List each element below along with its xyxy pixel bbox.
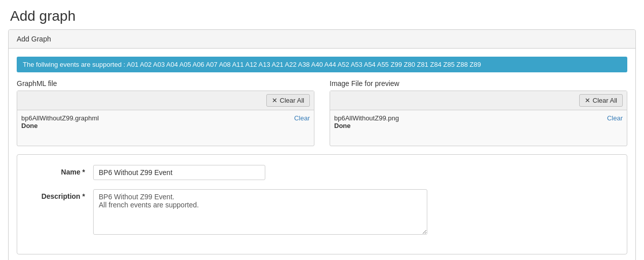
graphml-toolbar: ✕ Clear All bbox=[17, 91, 314, 110]
graphml-col: GraphML file ✕ Clear All bp6AllWithoutZ9… bbox=[17, 79, 314, 146]
image-col: Image File for preview ✕ Clear All bp6Al… bbox=[330, 79, 627, 146]
x-icon: ✕ bbox=[272, 97, 277, 104]
graphml-file-item: bp6AllWithoutZ99.graphml Done Clear bbox=[21, 114, 310, 129]
form-section: Name * Description * BP6 Without Z99 Eve… bbox=[17, 154, 627, 254]
graphml-file-list: bp6AllWithoutZ99.graphml Done Clear bbox=[17, 110, 314, 146]
description-textarea[interactable]: BP6 Without Z99 Event. All french events… bbox=[93, 189, 427, 235]
card-body: The follwing events are supported : A01 … bbox=[9, 49, 635, 260]
name-input[interactable] bbox=[93, 165, 265, 180]
image-file-item: bp6AllWithoutZ99.png Done Clear bbox=[334, 114, 623, 129]
name-row: Name * bbox=[32, 165, 612, 180]
graphml-label: GraphML file bbox=[17, 79, 314, 88]
graphml-clear-all-button[interactable]: ✕ Clear All bbox=[266, 94, 310, 107]
image-upload-box: ✕ Clear All bp6AllWithoutZ99.png Done Cl… bbox=[330, 91, 627, 146]
add-graph-card: Add Graph The follwing events are suppor… bbox=[8, 29, 636, 260]
graphml-file-name: bp6AllWithoutZ99.graphml bbox=[21, 114, 99, 122]
image-clear-all-button[interactable]: ✕ Clear All bbox=[579, 94, 623, 107]
image-file-list: bp6AllWithoutZ99.png Done Clear bbox=[330, 110, 627, 146]
graphml-clear-link[interactable]: Clear bbox=[294, 114, 310, 122]
image-label: Image File for preview bbox=[330, 79, 627, 88]
file-upload-section: GraphML file ✕ Clear All bp6AllWithoutZ9… bbox=[17, 79, 627, 146]
name-label: Name * bbox=[32, 165, 93, 176]
description-row: Description * BP6 Without Z99 Event. All… bbox=[32, 189, 612, 235]
image-clear-link[interactable]: Clear bbox=[607, 114, 623, 122]
graphml-file-status: Done bbox=[21, 122, 99, 129]
card-header: Add Graph bbox=[9, 30, 635, 49]
graphml-upload-box: ✕ Clear All bp6AllWithoutZ99.graphml Don… bbox=[17, 91, 314, 146]
page-title: Add graph bbox=[0, 0, 644, 29]
description-label: Description * bbox=[32, 189, 93, 200]
image-file-name: bp6AllWithoutZ99.png bbox=[334, 114, 399, 122]
x-icon-2: ✕ bbox=[585, 97, 590, 104]
image-file-status: Done bbox=[334, 122, 399, 129]
image-toolbar: ✕ Clear All bbox=[330, 91, 627, 110]
events-banner: The follwing events are supported : A01 … bbox=[17, 57, 627, 72]
